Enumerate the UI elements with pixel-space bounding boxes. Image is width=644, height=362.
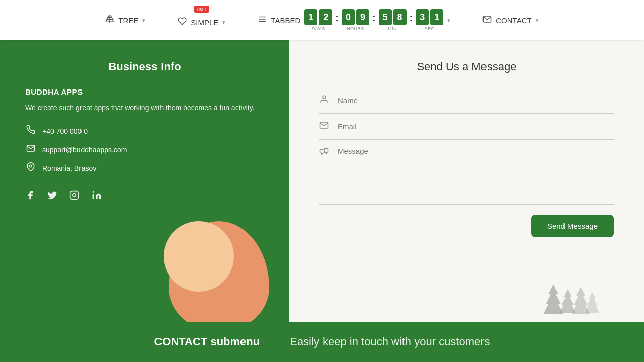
days-digit-1: 1	[304, 9, 317, 25]
colon-2: :	[371, 12, 377, 24]
countdown: 1 2 DAYS : 0 9 HOURS : 5 8 MIN	[304, 9, 443, 31]
tree-icon	[105, 15, 114, 26]
nav-tree-label: TREE	[118, 16, 138, 25]
tree-chevron: ▾	[142, 17, 145, 24]
svg-rect-5	[70, 191, 79, 200]
simple-chevron: ▾	[222, 19, 225, 26]
footer-submenu-label: CONTACT submenu	[154, 335, 260, 348]
hours-digit-1: 0	[342, 9, 355, 25]
countdown-days: 1 2 DAYS	[304, 9, 332, 31]
left-panel: Business Info BUDDHA APPS We create such…	[0, 40, 289, 322]
svg-marker-9	[543, 284, 564, 314]
contact-icon	[482, 15, 492, 26]
main-content: Business Info BUDDHA APPS We create such…	[0, 40, 644, 322]
message-input[interactable]	[338, 147, 614, 197]
min-digit-1: 5	[379, 9, 392, 25]
send-message-button[interactable]: Send Message	[531, 215, 614, 237]
phone-icon	[25, 125, 36, 137]
nav-item-tabbed[interactable]: TABBED 1 2 DAYS : 0 9 HOURS : 5	[252, 5, 456, 35]
twitter-icon[interactable]	[47, 190, 57, 203]
email-form-icon	[319, 121, 331, 132]
navbar: TREE ▾ HOT SIMPLE ▾ TABBED 1	[0, 0, 644, 40]
user-icon	[319, 95, 331, 106]
svg-point-7	[93, 191, 94, 193]
location-icon	[25, 162, 36, 174]
company-description: We create such great apps that working w…	[25, 102, 264, 113]
nav-item-contact[interactable]: CONTACT ▾	[476, 11, 544, 30]
email-address: support@buddhaapps.com	[42, 146, 127, 154]
business-info-title: Business Info	[25, 60, 264, 73]
trees-decoration	[543, 284, 604, 319]
email-row: support@buddhaapps.com	[25, 144, 264, 155]
decorative-circle	[164, 221, 234, 292]
svg-point-8	[323, 96, 326, 99]
contact-info: +40 700 000 0 support@buddhaapps.com	[25, 125, 264, 174]
countdown-seconds: 3 1 SEC	[416, 9, 443, 31]
company-name: BUDDHA APPS	[25, 87, 264, 96]
name-field	[319, 87, 614, 114]
bottom-bar: CONTACT submenu Easily keep in touch wit…	[0, 322, 644, 362]
countdown-minutes: 5 8 MIN	[379, 9, 407, 31]
heart-icon	[178, 17, 187, 28]
sec-label: SEC	[425, 26, 435, 31]
sec-digit-1: 3	[416, 9, 429, 25]
hours-label: HOURS	[347, 26, 364, 31]
hours-digit-2: 9	[356, 9, 369, 25]
hot-badge: HOT	[194, 6, 210, 13]
nav-contact-label: CONTACT	[496, 16, 531, 25]
days-label: DAYS	[312, 26, 325, 31]
min-label: MIN	[388, 26, 397, 31]
nav-item-tree[interactable]: TREE ▾	[99, 11, 151, 30]
colon-1: :	[334, 12, 340, 24]
send-btn-row: Send Message	[319, 215, 614, 237]
linkedin-icon[interactable]	[92, 190, 102, 203]
svg-point-4	[30, 165, 32, 168]
tabbed-chevron: ▾	[447, 17, 450, 24]
facebook-icon[interactable]	[25, 190, 35, 203]
phone-row: +40 700 000 0	[25, 125, 264, 137]
name-input[interactable]	[338, 96, 614, 105]
colon-3: :	[409, 12, 414, 24]
location-row: Romania, Brasov	[25, 162, 264, 174]
message-icon	[319, 148, 331, 159]
phone-number: +40 700 000 0	[42, 127, 88, 135]
countdown-hours: 0 9 HOURS	[342, 9, 369, 31]
email-input[interactable]	[338, 122, 614, 131]
svg-marker-12	[585, 292, 599, 313]
message-field	[319, 140, 614, 205]
contact-chevron: ▾	[536, 17, 539, 24]
days-digit-2: 2	[319, 9, 332, 25]
tabbed-icon	[258, 15, 267, 26]
min-digit-2: 8	[393, 9, 407, 25]
right-panel: Send Us a Message	[289, 40, 644, 322]
instagram-icon[interactable]	[69, 190, 79, 203]
svg-marker-10	[559, 289, 576, 313]
form-title: Send Us a Message	[319, 60, 614, 73]
footer-submenu-desc: Easily keep in touch with your customers	[290, 335, 490, 348]
nav-tabbed-label: TABBED	[271, 16, 300, 25]
nav-item-simple[interactable]: HOT SIMPLE ▾	[172, 9, 231, 32]
email-icon	[25, 144, 36, 155]
social-icons	[25, 190, 264, 203]
sec-digit-2: 1	[430, 9, 443, 25]
nav-simple-label: SIMPLE	[191, 18, 218, 27]
email-field	[319, 114, 614, 140]
location-text: Romania, Brasov	[42, 164, 96, 172]
